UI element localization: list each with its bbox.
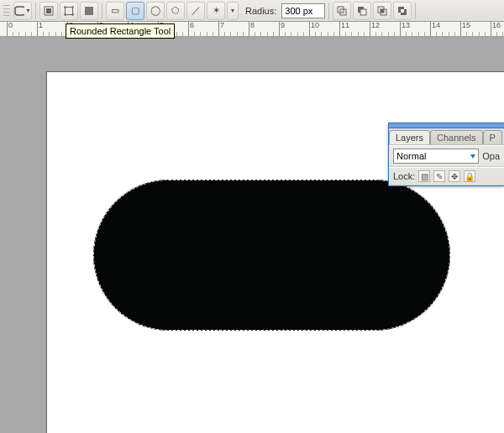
shape-polygon[interactable]: ⬠	[166, 2, 185, 20]
lock-label: Lock:	[393, 171, 415, 181]
subtract-icon	[357, 6, 367, 16]
svg-point-7	[71, 13, 74, 16]
combine-intersect[interactable]	[373, 2, 391, 20]
ruler-tick-minor	[321, 32, 322, 36]
shape-custom[interactable]: ✶	[207, 2, 225, 20]
rounded-rectangle-icon	[14, 6, 24, 16]
layers-panel[interactable]: Layers Channels P Normal Opa Lock: ▨ ✎ ✥…	[388, 123, 504, 186]
custom-shape-icon: ✶	[213, 6, 220, 15]
ruler-tick-minor	[502, 32, 503, 36]
ruler-tick-label: 8	[250, 22, 255, 29]
mode-paths[interactable]	[60, 2, 78, 20]
ruler-tick-minor	[388, 32, 389, 36]
ruler-tick-minor	[25, 32, 26, 36]
ruler-tick-major: 10	[309, 22, 310, 36]
ruler-tick-minor	[303, 32, 304, 36]
ruler-tick-minor	[243, 32, 244, 36]
tab-paths[interactable]: P	[483, 130, 502, 144]
chevron-down-icon: ▾	[231, 8, 234, 14]
ellipse-icon: ◯	[150, 6, 160, 15]
ruler-tick-minor	[207, 32, 207, 36]
ruler-tick-major: 13	[400, 22, 401, 36]
ruler-tick-major: 1	[37, 22, 38, 36]
ruler-tick-minor	[424, 32, 425, 36]
ruler-tick-minor	[267, 32, 268, 36]
ruler-tick-label: 13	[402, 22, 410, 29]
svg-rect-2	[46, 8, 51, 13]
ruler-tick-major: 16	[491, 22, 491, 36]
ruler-tick-label: 9	[281, 22, 285, 29]
ruler-tick-minor	[55, 32, 56, 36]
ruler-tick-label: 7	[220, 22, 224, 29]
ruler-tick-major: 14	[430, 22, 431, 36]
separator	[415, 3, 416, 19]
combine-subtract[interactable]	[353, 2, 371, 20]
ruler-tick-label: 15	[462, 22, 470, 29]
combine-add[interactable]	[333, 2, 351, 20]
shape-rounded-rectangle[interactable]: ▢	[126, 2, 144, 20]
shape-mode-group	[39, 2, 98, 20]
tab-layers[interactable]: Layers	[389, 130, 430, 144]
lock-pixels-icon[interactable]: ▨	[418, 170, 430, 182]
lock-position-icon[interactable]: ✥	[449, 170, 460, 182]
radius-input[interactable]	[281, 3, 325, 18]
ruler-tick-minor	[436, 32, 437, 36]
ruler-tick-minor	[182, 32, 183, 36]
ruler-tick-minor	[442, 32, 443, 36]
ruler-tick-minor	[412, 32, 412, 36]
rectangle-icon: ▭	[111, 6, 119, 15]
shape-options-dropdown[interactable]: ▾	[227, 2, 239, 20]
lock-row: Lock: ▨ ✎ ✥ 🔒	[389, 167, 504, 185]
paths-icon	[64, 6, 74, 16]
shape-rectangle[interactable]: ▭	[106, 2, 124, 20]
ruler-tick-minor	[418, 32, 419, 36]
polygon-icon: ⬠	[171, 6, 180, 15]
grip-handle[interactable]	[3, 3, 10, 19]
blend-row: Normal Opa	[389, 145, 504, 167]
ruler-tick-minor	[485, 32, 486, 36]
mode-fill-pixels[interactable]	[80, 2, 98, 20]
ruler-tick-minor	[31, 32, 32, 36]
ruler-tick-major: 15	[460, 22, 461, 36]
line-icon: ／	[192, 6, 201, 15]
mode-shape-layers[interactable]	[39, 2, 58, 20]
tooltip: Rounded Rectangle Tool	[66, 23, 175, 39]
ruler-tick-minor	[449, 32, 449, 36]
current-tool-icon[interactable]: ▼	[13, 2, 32, 20]
ruler-tick-label: 0	[8, 22, 13, 29]
ruler-tick-minor	[345, 32, 346, 36]
lock-all-icon[interactable]: 🔒	[464, 170, 475, 182]
workarea: Layers Channels P Normal Opa Lock: ▨ ✎ ✥…	[0, 37, 504, 433]
shape-line[interactable]: ／	[186, 2, 205, 20]
ruler-tick-label: 1	[39, 22, 43, 29]
tab-channels[interactable]: Channels	[430, 130, 482, 144]
ruler-tick-major: 0	[7, 22, 8, 36]
ruler-tick-minor	[406, 32, 407, 36]
shape-selection[interactable]	[93, 180, 450, 331]
add-icon	[337, 6, 347, 16]
ruler-tick-minor	[496, 32, 497, 36]
ruler-tick-minor	[13, 32, 13, 36]
shape-layers-icon	[44, 6, 54, 16]
ruler-tick-minor	[479, 32, 480, 36]
svg-rect-12	[360, 9, 366, 15]
blend-mode-value: Normal	[396, 151, 426, 161]
combine-mode-group	[333, 2, 412, 20]
blend-mode-select[interactable]: Normal	[393, 149, 479, 164]
ruler-tick-label: 11	[341, 22, 349, 29]
rounded-rectangle-icon: ▢	[131, 6, 139, 15]
exclude-icon	[397, 6, 407, 16]
ruler-tick-major: 11	[339, 22, 340, 36]
svg-rect-0	[15, 7, 24, 15]
shape-ellipse[interactable]: ◯	[146, 2, 165, 20]
options-bar: ▼ ▭ ▢ ◯ ⬠ ／ ✶ ▾ Radius:	[0, 0, 504, 22]
lock-brush-icon[interactable]: ✎	[433, 170, 445, 182]
svg-rect-3	[66, 7, 73, 14]
svg-point-5	[71, 6, 74, 8]
ruler-tick-label: 12	[371, 22, 380, 29]
separator	[35, 3, 36, 19]
chevron-down-icon: ▼	[25, 8, 31, 13]
ruler-tick-minor	[43, 32, 44, 36]
combine-exclude[interactable]	[393, 2, 412, 20]
ruler-tick-minor	[454, 32, 455, 36]
